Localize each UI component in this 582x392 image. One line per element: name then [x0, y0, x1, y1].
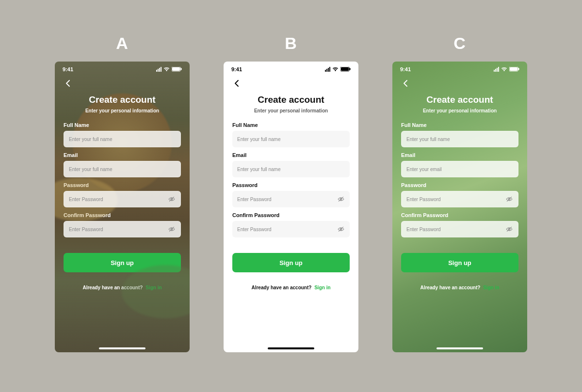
statusbar-icons: [494, 67, 519, 72]
label-confirm-password: Confirm Password: [232, 212, 350, 218]
label-password: Password: [64, 182, 181, 188]
signup-button-label: Sign up: [279, 259, 303, 267]
password-input[interactable]: Enter Password: [232, 191, 350, 207]
email-input[interactable]: Enter your full name: [64, 161, 181, 177]
field-full-name: Full Name Enter your full name: [232, 122, 350, 147]
full-name-input[interactable]: Enter your full name: [401, 131, 518, 147]
eye-off-icon: [506, 226, 513, 233]
toggle-confirm-password-visibility[interactable]: [337, 225, 345, 233]
design-comparison-stage: A 9:41 Create account Enter your persona…: [0, 0, 582, 392]
home-indicator: [99, 347, 146, 349]
label-confirm-password: Confirm Password: [64, 212, 181, 218]
input-placeholder: Enter your full name: [69, 167, 113, 172]
input-placeholder: Enter your full name: [237, 167, 281, 172]
signin-link[interactable]: Sign in: [483, 285, 499, 290]
email-input[interactable]: Enter your full name: [232, 161, 350, 177]
page-subtitle: Enter your personal information: [400, 108, 519, 113]
full-name-input[interactable]: Enter your full name: [64, 131, 181, 147]
signal-icon: [494, 67, 499, 72]
nav-row: [55, 77, 190, 90]
header: Create account Enter your personal infor…: [55, 90, 190, 116]
back-button[interactable]: [231, 78, 242, 89]
statusbar: 9:41: [55, 62, 190, 77]
battery-icon: [509, 67, 519, 72]
toggle-password-visibility[interactable]: [337, 195, 345, 203]
eye-off-icon: [168, 196, 175, 203]
eye-off-icon: [338, 196, 344, 203]
page-subtitle: Enter your personal information: [63, 108, 182, 113]
field-password: Password Enter Password: [232, 182, 350, 207]
nav-row: [224, 77, 358, 90]
header: Create account Enter your personal infor…: [224, 90, 358, 116]
input-placeholder: Enter your full name: [406, 137, 450, 142]
label-email: Email: [64, 152, 181, 158]
footer-prefix: Already have an account?: [420, 285, 480, 290]
field-password: Password Enter Password: [401, 182, 518, 207]
variant-b-label: B: [285, 34, 297, 53]
field-confirm-password: Confirm Password Enter Password: [64, 212, 181, 237]
wifi-icon: [501, 67, 507, 72]
nav-row: [392, 77, 527, 90]
toggle-confirm-password-visibility[interactable]: [505, 225, 513, 233]
field-full-name: Full Name Enter your full name: [401, 122, 518, 147]
eye-off-icon: [338, 226, 344, 233]
email-input[interactable]: Enter your email: [401, 161, 518, 177]
toggle-password-visibility[interactable]: [168, 195, 176, 203]
chevron-left-icon: [403, 80, 408, 87]
statusbar-time: 9:41: [231, 66, 242, 72]
label-full-name: Full Name: [64, 122, 181, 128]
variant-a-column: A 9:41 Create account Enter your persona…: [55, 34, 190, 352]
confirm-password-input[interactable]: Enter Password: [401, 221, 518, 237]
full-name-input[interactable]: Enter your full name: [232, 131, 350, 147]
field-confirm-password: Confirm Password Enter Password: [401, 212, 518, 237]
confirm-password-input[interactable]: Enter Password: [232, 221, 350, 237]
label-confirm-password: Confirm Password: [401, 212, 518, 218]
toggle-confirm-password-visibility[interactable]: [168, 225, 176, 233]
phone-mock-b: 9:41 Create account Enter your personal …: [224, 62, 358, 352]
field-password: Password Enter Password: [64, 182, 181, 207]
home-indicator: [436, 347, 483, 349]
signin-link[interactable]: Sign in: [314, 285, 330, 290]
back-button[interactable]: [63, 78, 73, 89]
label-email: Email: [401, 152, 518, 158]
confirm-password-input[interactable]: Enter Password: [64, 221, 181, 237]
statusbar: 9:41: [392, 62, 527, 77]
variant-a-label: A: [116, 34, 129, 53]
input-placeholder: Enter Password: [237, 227, 272, 232]
signup-button-label: Sign up: [111, 259, 134, 267]
chevron-left-icon: [65, 80, 70, 87]
field-confirm-password: Confirm Password Enter Password: [232, 212, 350, 237]
wifi-icon: [164, 67, 169, 72]
statusbar: 9:41: [224, 62, 358, 77]
label-email: Email: [232, 152, 350, 158]
eye-off-icon: [506, 196, 513, 203]
input-placeholder: Enter your full name: [237, 137, 281, 142]
chevron-left-icon: [234, 80, 239, 87]
signup-button[interactable]: Sign up: [232, 253, 350, 272]
back-button[interactable]: [400, 78, 411, 89]
signup-button[interactable]: Sign up: [64, 253, 181, 272]
field-email: Email Enter your full name: [232, 152, 350, 177]
signal-icon: [325, 67, 330, 72]
variant-c-column: C 9:41 Create account Enter your persona…: [392, 34, 527, 352]
home-indicator: [268, 347, 314, 349]
variant-b-column: B 9:41 Create account Enter your persona…: [224, 34, 358, 352]
password-input[interactable]: Enter Password: [64, 191, 181, 207]
signin-link[interactable]: Sign in: [146, 285, 162, 290]
password-input[interactable]: Enter Password: [401, 191, 518, 207]
field-email: Email Enter your full name: [64, 152, 181, 177]
toggle-password-visibility[interactable]: [505, 195, 513, 203]
input-placeholder: Enter Password: [406, 197, 441, 202]
field-full-name: Full Name Enter your full name: [64, 122, 181, 147]
footer-text: Already have an account? Sign in: [401, 277, 518, 295]
statusbar-icons: [325, 67, 351, 72]
battery-icon: [172, 67, 182, 72]
page-title: Create account: [63, 94, 182, 105]
signup-button[interactable]: Sign up: [401, 253, 518, 272]
label-full-name: Full Name: [401, 122, 518, 128]
phone-mock-a: 9:41 Create account Enter your personal …: [55, 62, 190, 352]
label-password: Password: [401, 182, 518, 188]
page-title: Create account: [231, 94, 351, 105]
variant-c-label: C: [453, 34, 466, 53]
input-placeholder: Enter Password: [237, 197, 272, 202]
